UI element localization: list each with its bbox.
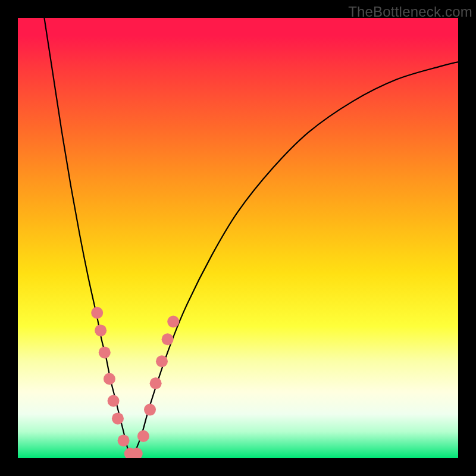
curves-svg [18, 18, 458, 458]
bead-point [162, 333, 174, 345]
plot-area [18, 18, 458, 458]
bead-point [156, 355, 168, 367]
bead-point [137, 430, 149, 442]
bead-point [108, 395, 120, 407]
bead-point [144, 404, 156, 416]
bead-point [112, 412, 124, 424]
bead-point [99, 346, 111, 358]
bead-point [167, 316, 179, 328]
left-curve [44, 18, 132, 458]
chart-frame: TheBottleneck.com [0, 0, 476, 476]
bead-cluster [91, 307, 179, 458]
bead-point [118, 434, 130, 446]
watermark-text: TheBottleneck.com [348, 4, 472, 20]
bead-point [95, 324, 107, 336]
bead-point [104, 373, 115, 385]
bead-point [150, 377, 162, 389]
bead-point [91, 307, 103, 319]
right-curve [132, 62, 458, 458]
